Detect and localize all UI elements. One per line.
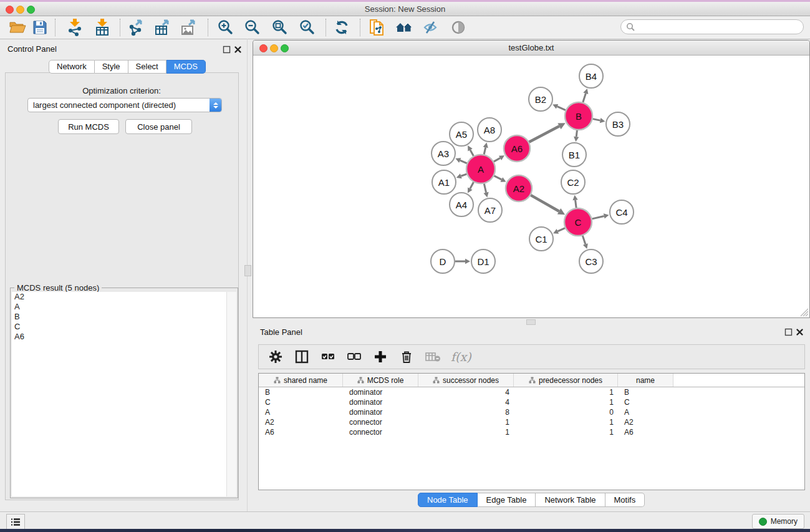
mcds-result-item[interactable]: C xyxy=(12,322,228,332)
table-row[interactable]: Bdominator41B xyxy=(259,387,804,397)
table-tab-network-table[interactable]: Network Table xyxy=(536,493,605,507)
import-table-button[interactable] xyxy=(92,18,112,37)
table-row[interactable]: A6connector11A6 xyxy=(259,427,804,437)
open-session-button[interactable] xyxy=(7,18,27,37)
mcds-result-list[interactable]: A2ABCA6 xyxy=(12,292,228,496)
horizontal-splitter-grip[interactable] xyxy=(526,319,536,325)
export-network-button[interactable] xyxy=(127,18,147,37)
zoom-selected-button[interactable] xyxy=(297,18,317,37)
export-image-button[interactable] xyxy=(179,18,199,37)
app-window: Session: New Session xyxy=(0,0,810,532)
gear-icon xyxy=(269,350,282,364)
table-tab-node-table[interactable]: Node Table xyxy=(418,493,478,507)
column-header-predecessor-nodes[interactable]: predecessor nodes xyxy=(514,374,618,387)
add-column-button[interactable] xyxy=(372,349,388,365)
node-label-C2: C2 xyxy=(567,177,579,188)
edge-A6-B[interactable] xyxy=(529,126,559,142)
mcds-result-scrollbar[interactable] xyxy=(226,292,236,496)
table-row[interactable]: Cdominator41C xyxy=(259,397,804,407)
table-tab-edge-table[interactable]: Edge Table xyxy=(478,493,536,507)
refresh-button[interactable] xyxy=(332,18,352,37)
mcds-result-group: MCDS result (5 nodes) A2ABCA6 xyxy=(10,288,238,498)
zoom-in-button[interactable] xyxy=(215,18,235,37)
edge-A-A5[interactable] xyxy=(470,150,473,156)
control-panel-close-button[interactable] xyxy=(234,46,242,54)
trash-icon xyxy=(400,350,413,364)
cell-shared_name: A6 xyxy=(259,427,343,437)
table-tab-motifs[interactable]: Motifs xyxy=(605,493,645,507)
table-row[interactable]: Adominator80A xyxy=(259,407,804,417)
edge-B-B2[interactable] xyxy=(557,107,566,110)
column-header-shared-name[interactable]: shared name xyxy=(259,374,343,387)
export-image-icon xyxy=(180,19,198,36)
export-table-button[interactable] xyxy=(153,18,173,37)
tab-network[interactable]: Network xyxy=(49,60,95,74)
table-panel-close-button[interactable] xyxy=(796,328,804,336)
home-icon xyxy=(395,20,413,35)
delete-table-button[interactable] xyxy=(425,349,441,365)
edge-C-C3[interactable] xyxy=(582,236,586,244)
edge-B-B4[interactable] xyxy=(583,94,586,102)
tab-style[interactable]: Style xyxy=(95,60,128,74)
show-columns-button[interactable] xyxy=(294,349,310,365)
edge-C-C1[interactable] xyxy=(557,228,565,231)
search-input[interactable] xyxy=(620,19,804,34)
tab-mcds[interactable]: MCDS xyxy=(166,60,206,74)
function-builder-button[interactable]: f(x) xyxy=(451,350,471,364)
attribute-tree-icon xyxy=(433,377,440,384)
edge-A-A2[interactable] xyxy=(494,176,501,180)
dropdown-stepper-icon xyxy=(210,99,221,112)
table-panel-float-button[interactable] xyxy=(784,328,793,336)
close-panel-button[interactable]: Close panel xyxy=(125,119,192,134)
edge-A-A8[interactable] xyxy=(484,147,486,154)
edge-A-A6[interactable] xyxy=(494,158,500,162)
home-view-button[interactable] xyxy=(394,18,414,37)
cell-mcds_role: dominator xyxy=(343,397,418,407)
mcds-result-item[interactable]: B xyxy=(12,312,228,322)
node-label-A6: A6 xyxy=(511,143,523,154)
save-session-button[interactable] xyxy=(30,18,50,37)
tab-select[interactable]: Select xyxy=(128,60,166,74)
edge-A-A3[interactable] xyxy=(460,160,467,163)
clone-network-button[interactable] xyxy=(367,18,387,37)
column-header-successor-nodes[interactable]: successor nodes xyxy=(418,374,514,387)
edge-A2-C[interactable] xyxy=(531,195,559,211)
edge-B-B3[interactable] xyxy=(593,119,600,120)
edge-A-A7[interactable] xyxy=(484,183,486,192)
task-history-button[interactable] xyxy=(6,514,25,530)
select-all-button[interactable] xyxy=(320,349,336,365)
network-canvas[interactable]: AA1A3A5A8A4A7A6A2BB1B2B3B4CC1C2C3C4DD1 xyxy=(253,55,809,317)
cell-predecessor_nodes: 1 xyxy=(514,427,618,437)
table-header-row: shared nameMCDS rolesuccessor nodesprede… xyxy=(259,374,804,387)
criterion-dropdown[interactable]: largest connected component (directed) xyxy=(27,98,222,112)
panel-splitter-grip[interactable] xyxy=(244,265,251,276)
attribute-tree-icon xyxy=(274,377,281,384)
delete-column-button[interactable] xyxy=(398,349,415,365)
deselect-all-button[interactable] xyxy=(346,349,362,365)
mcds-result-item[interactable]: A2 xyxy=(12,292,228,302)
column-header-MCDS-role[interactable]: MCDS role xyxy=(343,374,418,387)
cell-successor_nodes: 4 xyxy=(418,397,514,407)
hide-graphics-details-button[interactable] xyxy=(420,18,440,37)
memory-button[interactable]: Memory xyxy=(752,514,804,529)
node-label-D: D xyxy=(440,256,446,267)
control-panel-float-button[interactable] xyxy=(223,46,231,54)
zoom-out-button[interactable] xyxy=(242,18,262,37)
table-settings-button[interactable] xyxy=(268,349,284,365)
mcds-result-item[interactable]: A xyxy=(12,302,228,312)
cell-shared_name: A2 xyxy=(259,417,343,427)
edge-C-C4[interactable] xyxy=(592,216,604,218)
run-mcds-button[interactable]: Run MCDS xyxy=(58,119,119,134)
edge-A-A4[interactable] xyxy=(470,182,474,188)
edge-B-B1[interactable] xyxy=(576,130,577,137)
zoom-fit-button[interactable] xyxy=(269,18,289,37)
show-graphics-details-button[interactable] xyxy=(448,18,468,37)
window-resize-grip[interactable] xyxy=(800,308,809,317)
table-row[interactable]: A2connector11A2 xyxy=(259,417,804,427)
column-header-name[interactable]: name xyxy=(618,374,673,387)
import-network-button[interactable] xyxy=(65,18,85,37)
mcds-result-item[interactable]: A6 xyxy=(12,332,228,342)
edge-A-A1[interactable] xyxy=(461,174,466,176)
node-label-A1: A1 xyxy=(438,177,450,188)
edge-C-C2[interactable] xyxy=(576,200,577,208)
